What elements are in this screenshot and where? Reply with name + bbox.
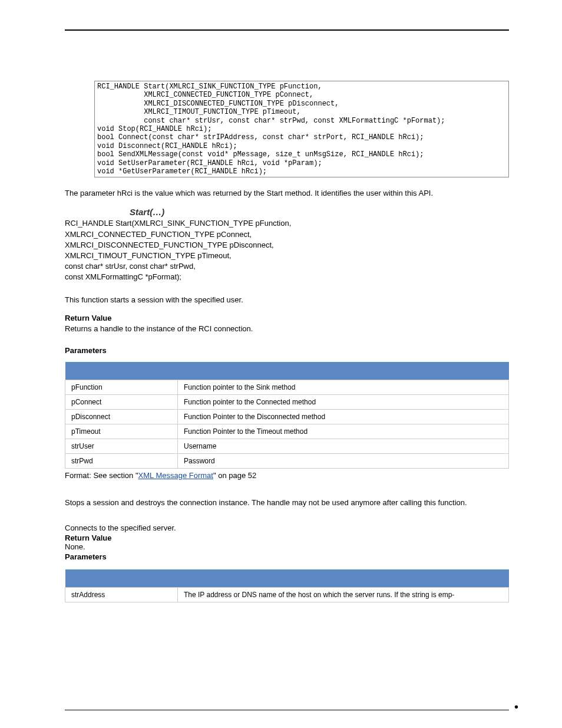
param-desc: The IP address or DNS name of the host o…	[178, 588, 509, 602]
document-page: RCI_HANDLE Start(XMLRCI_SINK_FUNCTION_TY…	[0, 0, 562, 728]
param-name: strPwd	[65, 453, 178, 468]
parameters-label: Parameters	[65, 346, 509, 355]
param-name: strUser	[65, 439, 178, 453]
param-name: strAddress	[65, 588, 178, 602]
table-row: pConnect Function pointer to the Connect…	[65, 394, 509, 409]
format-note: Format: See section "XML Message Format"…	[65, 471, 509, 480]
table-row: pDisconnect Function Pointer to the Disc…	[65, 409, 509, 424]
param-desc: Username	[178, 439, 509, 453]
format-post: " on page 52	[213, 471, 256, 480]
return-value-label: Return Value	[65, 314, 509, 322]
stop-description: Stops a session and destroys the connect…	[65, 498, 509, 508]
table-row: pFunction Function pointer to the Sink m…	[65, 380, 509, 394]
start-heading: Start(…)	[130, 207, 509, 217]
param-desc: Function pointer to the Connected method	[178, 394, 509, 409]
footer-bullet-icon: •	[514, 701, 518, 713]
connect-return-text: None.	[65, 542, 509, 551]
param-name: pConnect	[65, 394, 178, 409]
header-rule	[65, 29, 509, 31]
table-header-row	[65, 362, 509, 380]
param-desc: Function Pointer to the Disconnected met…	[178, 409, 509, 424]
start-signature: RCI_HANDLE Start(XMLRCI_SINK_FUNCTION_TY…	[65, 218, 509, 282]
code-block: RCI_HANDLE Start(XMLRCI_SINK_FUNCTION_TY…	[94, 81, 509, 177]
format-pre: Format: See section "	[65, 471, 138, 480]
param-desc: Password	[178, 453, 509, 468]
table-row: pTimeout Function Pointer to the Timeout…	[65, 424, 509, 439]
footer-rule	[65, 710, 509, 710]
start-params-table: pFunction Function pointer to the Sink m…	[65, 362, 509, 469]
table-row: strPwd Password	[65, 453, 509, 468]
start-description: This function starts a session with the …	[65, 295, 509, 305]
connect-params-table: strAddress The IP address or DNS name of…	[65, 569, 509, 602]
table-row: strAddress The IP address or DNS name of…	[65, 588, 509, 602]
return-value-text: Returns a handle to the instance of the …	[65, 324, 509, 334]
table-row: strUser Username	[65, 439, 509, 453]
connect-description: Connects to the specified server.	[65, 523, 509, 532]
param-desc: Function Pointer to the Timeout method	[178, 424, 509, 439]
param-desc: Function pointer to the Sink method	[178, 380, 509, 394]
param-name: pFunction	[65, 380, 178, 394]
connect-params-label: Parameters	[65, 552, 509, 561]
table-header-row	[65, 569, 509, 588]
intro-paragraph: The parameter hRci is the value which wa…	[65, 188, 509, 199]
connect-return-label: Return Value	[65, 533, 509, 542]
xml-format-link[interactable]: XML Message Format	[138, 471, 213, 480]
param-name: pTimeout	[65, 424, 178, 439]
param-name: pDisconnect	[65, 409, 178, 424]
